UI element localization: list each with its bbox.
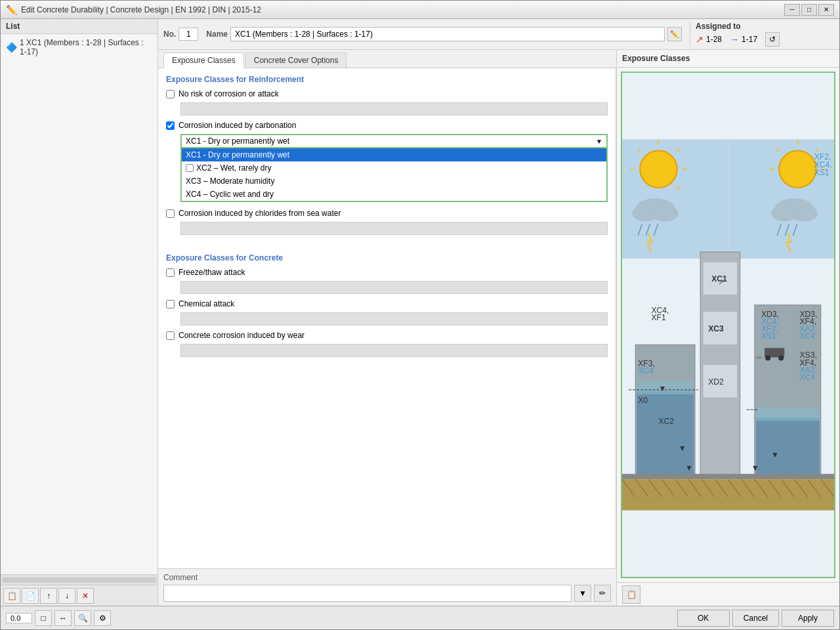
svg-text:XF1: XF1 bbox=[651, 313, 665, 322]
select-tool[interactable]: □ bbox=[35, 610, 52, 626]
diagram-header: Exposure Classes bbox=[617, 50, 839, 68]
assigned-header: Assigned to bbox=[696, 22, 834, 31]
tab-cover[interactable]: Concrete Cover Options bbox=[245, 52, 347, 68]
members-value: 1-28 bbox=[706, 35, 722, 44]
svg-text:▼: ▼ bbox=[685, 463, 693, 472]
add-row-button[interactable]: 📋 bbox=[3, 588, 20, 604]
no-label: No. bbox=[163, 30, 176, 39]
section-spacer bbox=[166, 240, 608, 253]
option-xc4[interactable]: XC4 – Cyclic wet and dry bbox=[182, 188, 606, 201]
carbonation-row: Corrosion induced by carbonation bbox=[166, 121, 608, 130]
diagram-svg: XF2, XC4, XS1 XC1 ↗ XC3 bbox=[622, 73, 834, 577]
move-down-button[interactable]: ↓ bbox=[58, 588, 75, 604]
exposure-diagram: XF2, XC4, XS1 XC1 ↗ XC3 bbox=[621, 72, 835, 578]
freeze-thaw-checkbox[interactable] bbox=[166, 268, 175, 277]
name-input[interactable] bbox=[230, 27, 665, 41]
main-window: ✏️ Edit Concrete Durability | Concrete D… bbox=[0, 0, 840, 630]
list-scrollbar[interactable] bbox=[1, 574, 158, 585]
list-item[interactable]: 🔷 1 XC1 (Members : 1-28 | Surfaces : 1-1… bbox=[3, 37, 155, 58]
reinforcement-section: Exposure Classes for Reinforcement No ri… bbox=[166, 75, 608, 235]
svg-rect-72 bbox=[622, 479, 834, 510]
svg-text:XC2: XC2 bbox=[659, 417, 675, 426]
delete-button[interactable]: ✕ bbox=[77, 588, 94, 604]
option-xc2-check[interactable] bbox=[186, 164, 194, 172]
list-header: List bbox=[1, 19, 158, 34]
title-bar-text: Edit Concrete Durability | Concrete Desi… bbox=[21, 5, 780, 14]
svg-point-11 bbox=[652, 205, 678, 221]
diagram-copy-button[interactable]: 📋 bbox=[622, 585, 640, 604]
no-risk-gray-bar bbox=[180, 102, 608, 116]
form-area: Exposure Classes Concrete Cover Options … bbox=[158, 50, 616, 606]
close-button[interactable]: ✕ bbox=[818, 4, 834, 16]
comment-input-row: ▼ ✏ bbox=[163, 585, 611, 602]
list-item-label: 1 XC1 (Members : 1-28 | Surfaces : 1-17) bbox=[20, 38, 152, 56]
chlorides-sea-gray-bar bbox=[180, 222, 608, 235]
zoom-display: 0.0 bbox=[6, 613, 32, 623]
svg-text:XS1: XS1 bbox=[814, 168, 830, 177]
comment-dropdown-button[interactable]: ▼ bbox=[574, 585, 591, 602]
chlorides-sea-checkbox[interactable] bbox=[166, 209, 175, 218]
no-risk-label: No risk of corrosion or attack bbox=[178, 89, 279, 98]
list-panel: List 🔷 1 XC1 (Members : 1-28 | Surfaces … bbox=[1, 19, 158, 606]
svg-rect-49 bbox=[756, 408, 820, 421]
minimize-button[interactable]: ─ bbox=[784, 4, 800, 16]
move-tool[interactable]: ↔ bbox=[54, 610, 72, 626]
no-risk-checkbox[interactable] bbox=[166, 90, 175, 98]
title-bar: ✏️ Edit Concrete Durability | Concrete D… bbox=[1, 1, 839, 19]
carbonation-dropdown-container: XC1 - Dry or permanently wet ▼ XC1 - Dry… bbox=[180, 134, 608, 148]
assigned-section: Assigned to ↗ 1-28 → 1-17 ↺ bbox=[690, 22, 834, 47]
edit-name-button[interactable]: ✏️ bbox=[667, 27, 682, 41]
freeze-thaw-gray-bar bbox=[180, 281, 608, 294]
svg-text:XC4: XC4 bbox=[800, 373, 816, 382]
tab-exposure[interactable]: Exposure Classes bbox=[163, 52, 244, 68]
no-field-group: No. 1 bbox=[163, 28, 198, 41]
svg-rect-48 bbox=[756, 417, 820, 476]
surfaces-arrow-icon: → bbox=[730, 34, 739, 45]
dropdown-arrow-icon: ▼ bbox=[596, 138, 602, 145]
option-xc4-text: XC4 – Cyclic wet and dry bbox=[186, 190, 274, 199]
copy-button[interactable]: 📄 bbox=[22, 588, 39, 604]
comment-label: Comment bbox=[163, 573, 611, 582]
svg-point-65 bbox=[765, 355, 770, 360]
svg-point-2 bbox=[640, 151, 677, 188]
main-content: List 🔷 1 XC1 (Members : 1-28 | Surfaces … bbox=[1, 19, 839, 606]
no-value: 1 bbox=[178, 28, 198, 41]
move-up-button[interactable]: ↑ bbox=[40, 588, 57, 604]
cancel-button[interactable]: Cancel bbox=[732, 610, 779, 627]
tabs-row: Exposure Classes Concrete Cover Options bbox=[158, 50, 616, 68]
reinforcement-title: Exposure Classes for Reinforcement bbox=[166, 75, 608, 84]
ok-button[interactable]: OK bbox=[677, 610, 730, 627]
settings-tool[interactable]: ⚙ bbox=[94, 610, 111, 626]
comment-input[interactable] bbox=[163, 585, 572, 602]
wear-checkbox[interactable] bbox=[166, 331, 175, 340]
center-right-container: No. 1 Name ✏️ Assigned to ↗ 1-28 bbox=[158, 19, 839, 606]
comment-section: Comment ▼ ✏ bbox=[158, 568, 616, 606]
apply-button[interactable]: Apply bbox=[782, 610, 834, 627]
concrete-title: Exposure Classes for Concrete bbox=[166, 253, 608, 262]
title-bar-buttons: ─ □ ✕ bbox=[784, 4, 834, 16]
svg-rect-71 bbox=[622, 474, 834, 479]
option-xc1[interactable]: XC1 - Dry or permanently wet bbox=[182, 148, 606, 161]
option-xc3-text: XC3 – Moderate humidity bbox=[186, 177, 274, 186]
option-xc1-text: XC1 - Dry or permanently wet bbox=[186, 150, 289, 159]
right-panel: Exposure Classes bbox=[616, 50, 839, 606]
svg-text:XD2: XD2 bbox=[708, 377, 724, 387]
fields-row: No. 1 Name ✏️ Assigned to ↗ 1-28 bbox=[158, 19, 839, 50]
tab-content: Exposure Classes for Reinforcement No ri… bbox=[158, 68, 616, 568]
carbonation-dropdown-trigger[interactable]: XC1 - Dry or permanently wet ▼ bbox=[180, 134, 608, 148]
chemical-checkbox[interactable] bbox=[166, 300, 175, 308]
option-xc2[interactable]: XC2 – Wet, rarely dry bbox=[182, 161, 606, 175]
svg-text:XC4: XC4 bbox=[638, 366, 654, 375]
list-item-icon: 🔷 bbox=[6, 42, 17, 52]
option-xc3[interactable]: XC3 – Moderate humidity bbox=[182, 175, 606, 188]
zoom-tool[interactable]: 🔍 bbox=[74, 610, 91, 626]
chemical-row: Chemical attack bbox=[166, 299, 608, 308]
carbonation-checkbox[interactable] bbox=[166, 121, 175, 130]
option-xc2-text: XC2 – Wet, rarely dry bbox=[196, 163, 271, 173]
svg-point-66 bbox=[778, 355, 784, 360]
maximize-button[interactable]: □ bbox=[801, 4, 817, 16]
assigned-refresh-button[interactable]: ↺ bbox=[765, 32, 780, 47]
name-label: Name bbox=[206, 30, 228, 39]
svg-text:XS1: XS1 bbox=[761, 331, 776, 341]
comment-edit-button[interactable]: ✏ bbox=[594, 585, 611, 602]
